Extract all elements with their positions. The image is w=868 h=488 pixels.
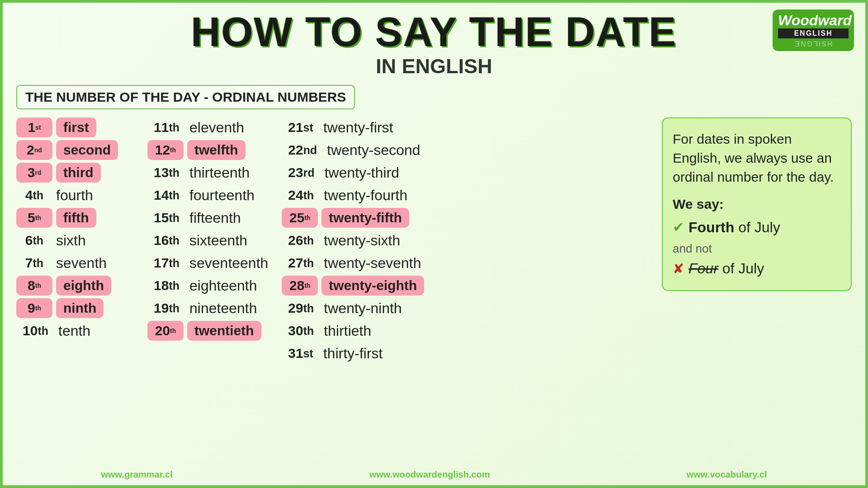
and-not-label: and not bbox=[673, 240, 841, 257]
list-item: 19thnineteenth bbox=[147, 298, 268, 318]
num-text: twenty-sixth bbox=[324, 232, 400, 249]
num-text: twenty-fifth bbox=[321, 208, 409, 228]
num-badge: 21st bbox=[282, 117, 320, 137]
logo-brand: Woodward bbox=[778, 13, 849, 28]
num-badge: 6th bbox=[16, 230, 52, 250]
num-text: first bbox=[56, 117, 96, 137]
num-badge: 18th bbox=[147, 276, 186, 296]
num-badge: 16th bbox=[147, 230, 186, 250]
list-item: 24thtwenty-fourth bbox=[282, 185, 424, 205]
sub-title: IN ENGLISH bbox=[16, 55, 852, 78]
num-text: twenty-second bbox=[327, 142, 420, 159]
correct-example: ✔ Fourth of July bbox=[673, 217, 841, 238]
list-item: 4thfourth bbox=[16, 185, 134, 205]
footer-left: www.grammar.cl bbox=[101, 469, 172, 480]
num-badge: 23rd bbox=[282, 163, 321, 183]
num-text: fifth bbox=[56, 208, 96, 228]
wrong-italic: Four bbox=[689, 260, 718, 277]
num-text: twentieth bbox=[187, 321, 261, 341]
list-item: 9thninth bbox=[16, 298, 134, 318]
list-item: 14thfourteenth bbox=[147, 185, 268, 205]
num-text: nineteenth bbox=[189, 300, 257, 317]
num-badge: 27th bbox=[282, 253, 320, 273]
info-box: For dates in spoken English, we always u… bbox=[662, 117, 852, 291]
num-badge: 13th bbox=[147, 163, 186, 183]
num-badge: 30th bbox=[282, 321, 320, 341]
num-badge: 10th bbox=[16, 321, 55, 341]
list-item: 31stthirty-first bbox=[282, 343, 424, 363]
title-section: HOW TO SAY THE DATE IN ENGLISH bbox=[16, 12, 852, 78]
list-item: 1stfirst bbox=[16, 117, 134, 137]
list-item: 2ndsecond bbox=[16, 140, 134, 160]
list-item: 30ththirtieth bbox=[282, 321, 424, 341]
col3: 21sttwenty-first22ndtwenty-second23rdtwe… bbox=[282, 117, 424, 363]
info-description: For dates in spoken English, we always u… bbox=[673, 130, 841, 187]
main-container: Woodward ENGLISH HSILGNE HOW TO SAY THE … bbox=[0, 0, 868, 488]
list-item: 11theleventh bbox=[147, 117, 268, 137]
num-text: twenty-seventh bbox=[324, 255, 421, 272]
list-item: 3rdthird bbox=[16, 163, 134, 183]
num-text: fifteenth bbox=[189, 210, 241, 226]
num-text: sixteenth bbox=[189, 232, 247, 249]
logo-box: Woodward ENGLISH HSILGNE bbox=[773, 9, 854, 51]
num-badge: 9th bbox=[16, 298, 52, 318]
num-badge: 17th bbox=[147, 253, 186, 273]
we-say-label: We say: bbox=[673, 195, 841, 214]
num-badge: 20th bbox=[147, 321, 184, 341]
list-item: 7thseventh bbox=[16, 253, 134, 273]
columns-area: 1stfirst2ndsecond3rdthird4thfourth5thfif… bbox=[16, 117, 653, 363]
num-text: fourth bbox=[56, 187, 93, 204]
num-badge: 31st bbox=[282, 343, 320, 363]
wrong-text: Four of July bbox=[689, 258, 764, 279]
num-text: thirty-first bbox=[323, 345, 383, 362]
check-icon: ✔ bbox=[673, 218, 684, 237]
num-text: twenty-ninth bbox=[324, 300, 402, 317]
num-text: thirtieth bbox=[324, 323, 371, 339]
list-item: 15thfifteenth bbox=[147, 208, 268, 228]
num-text: seventh bbox=[56, 255, 107, 272]
num-badge: 19th bbox=[147, 298, 186, 318]
num-badge: 4th bbox=[16, 185, 52, 205]
num-text: thirteenth bbox=[189, 164, 250, 181]
list-item: 27thtwenty-seventh bbox=[282, 253, 424, 273]
correct-text: Fourth of July bbox=[689, 217, 780, 238]
num-text: sixth bbox=[56, 232, 86, 249]
num-badge: 15th bbox=[147, 208, 186, 228]
col2: 11theleventh12thtwelfth13ththirteenth14t… bbox=[147, 117, 268, 363]
list-item: 18theighteenth bbox=[147, 276, 268, 296]
num-text: eighth bbox=[56, 276, 111, 296]
num-text: twenty-eighth bbox=[321, 276, 424, 296]
list-item: 20thtwentieth bbox=[147, 321, 268, 341]
num-badge: 2nd bbox=[16, 140, 52, 160]
list-item: 13ththirteenth bbox=[147, 163, 268, 183]
x-icon: ✘ bbox=[673, 259, 684, 278]
list-item: 16thsixteenth bbox=[147, 230, 268, 250]
wrong-rest: of July bbox=[718, 260, 764, 277]
list-item: 6thsixth bbox=[16, 230, 134, 250]
col1: 1stfirst2ndsecond3rdthird4thfourth5thfif… bbox=[16, 117, 134, 363]
num-text: ninth bbox=[56, 298, 104, 318]
list-item: 10thtenth bbox=[16, 321, 134, 341]
num-badge: 25th bbox=[282, 208, 318, 228]
num-text: eleventh bbox=[189, 119, 244, 136]
num-badge: 3rd bbox=[16, 163, 52, 183]
num-badge: 26th bbox=[282, 230, 320, 250]
num-text: third bbox=[56, 163, 101, 183]
list-item: 29thtwenty-ninth bbox=[282, 298, 424, 318]
num-text: eighteenth bbox=[189, 277, 257, 294]
num-text: twenty-first bbox=[323, 119, 393, 136]
list-item: 28thtwenty-eighth bbox=[282, 276, 424, 296]
main-title: HOW TO SAY THE DATE bbox=[16, 12, 852, 52]
list-item: 22ndtwenty-second bbox=[282, 140, 424, 160]
num-text: twenty-fourth bbox=[324, 187, 407, 204]
num-badge: 5th bbox=[16, 208, 52, 228]
list-item: 26thtwenty-sixth bbox=[282, 230, 424, 250]
num-text: seventeenth bbox=[189, 255, 268, 272]
list-item: 5thfifth bbox=[16, 208, 134, 228]
num-text: tenth bbox=[58, 323, 90, 339]
num-badge: 29th bbox=[282, 298, 320, 318]
footer-right: www.vocabulary.cl bbox=[687, 469, 767, 480]
num-text: twenty-third bbox=[325, 164, 399, 181]
logo-reflection: HSILGNE bbox=[778, 39, 849, 47]
correct-bold: Fourth bbox=[689, 219, 734, 235]
